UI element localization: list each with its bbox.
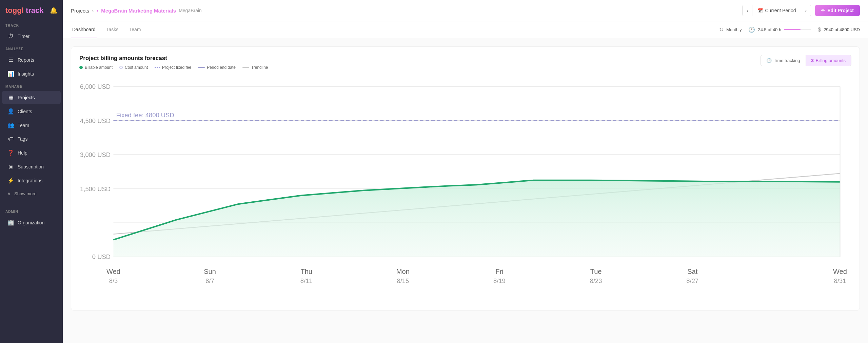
- sidebar-item-label: Reports: [18, 57, 34, 63]
- sidebar-item-insights[interactable]: 📊 Insights: [2, 67, 61, 80]
- breadcrumb: Projects › ● MegaBrain Marketing Materia…: [71, 8, 202, 14]
- dollar-icon-small: $: [811, 58, 814, 63]
- tab-dashboard[interactable]: Dashboard: [71, 21, 97, 38]
- top-header: Projects › ● MegaBrain Marketing Materia…: [63, 0, 868, 21]
- help-icon: ❓: [7, 149, 14, 156]
- organization-icon: 🏢: [7, 219, 14, 226]
- period-next-button[interactable]: ›: [801, 5, 811, 16]
- legend-cost: Cost amount: [119, 65, 148, 70]
- admin-section-label: ADMIN: [0, 206, 63, 216]
- sidebar-item-tags[interactable]: 🏷 Tags: [2, 133, 61, 145]
- sidebar-item-label: Integrations: [18, 178, 42, 183]
- integrations-icon: ⚡: [7, 177, 14, 184]
- svg-text:8/11: 8/11: [300, 277, 313, 284]
- cost-dot: [119, 66, 123, 69]
- sidebar-item-label: Projects: [18, 95, 35, 100]
- time-tracking-toggle[interactable]: 🕐 Time tracking: [761, 55, 806, 66]
- sidebar-item-subscription[interactable]: ◉ Subscription: [2, 160, 61, 173]
- chart-area: 6,000 USD 4,500 USD 3,000 USD 1,500 USD …: [79, 75, 851, 302]
- svg-text:6,000 USD: 6,000 USD: [80, 83, 111, 90]
- period-end-line: [198, 67, 205, 68]
- svg-text:Fri: Fri: [495, 268, 503, 275]
- chart-title: Project billing amounts forecast: [79, 55, 268, 62]
- svg-text:Thu: Thu: [300, 268, 312, 275]
- svg-text:Mon: Mon: [396, 268, 410, 275]
- chart-toggle: 🕐 Time tracking $ Billing amounts: [761, 55, 851, 66]
- show-more-label: Show more: [14, 191, 37, 196]
- period-prev-button[interactable]: ‹: [743, 5, 752, 16]
- sidebar-item-reports[interactable]: ☰ Reports: [2, 53, 61, 66]
- svg-text:3,000 USD: 3,000 USD: [80, 151, 111, 158]
- svg-text:8/15: 8/15: [397, 277, 409, 284]
- svg-text:1,500 USD: 1,500 USD: [80, 185, 111, 193]
- legend-period-end: Period end date: [198, 65, 236, 70]
- project-status-dot: ●: [96, 9, 98, 13]
- sidebar-item-label: Help: [18, 150, 27, 156]
- time-metric: 🕐 24.5 of 40 h: [748, 26, 811, 33]
- sidebar-item-team[interactable]: 👥 Team: [2, 119, 61, 132]
- tab-tasks[interactable]: Tasks: [105, 21, 120, 38]
- sidebar-item-label: Tags: [18, 136, 28, 142]
- svg-text:Wed: Wed: [106, 268, 120, 275]
- show-more-button[interactable]: ∨ Show more: [2, 188, 61, 200]
- timer-icon: ⏱: [7, 33, 14, 39]
- subscription-icon: ◉: [7, 163, 14, 170]
- time-value: 24.5 of 40 h: [758, 27, 781, 32]
- legend-fixed-fee: Project fixed fee: [155, 65, 191, 70]
- insights-icon: 📊: [7, 70, 14, 77]
- svg-text:8/23: 8/23: [590, 277, 602, 284]
- sidebar-item-timer[interactable]: ⏱ Timer: [2, 30, 61, 43]
- svg-marker-14: [113, 180, 840, 257]
- chart-header-left: Project billing amounts forecast Billabl…: [79, 55, 268, 70]
- clock-icon: 🕐: [748, 26, 755, 33]
- time-progress-fill: [784, 29, 801, 30]
- chart-header: Project billing amounts forecast Billabl…: [79, 55, 851, 70]
- breadcrumb-separator: ›: [92, 8, 94, 14]
- sidebar-item-projects[interactable]: ▦ Projects: [2, 91, 61, 104]
- svg-text:8/31: 8/31: [834, 277, 846, 284]
- analyze-section-label: ANALYZE: [0, 43, 63, 53]
- sidebar-item-label: Timer: [18, 34, 29, 39]
- billing-amounts-toggle[interactable]: $ Billing amounts: [806, 55, 851, 66]
- header-right: ‹ 📅 Current Period › ✏ Edit Project: [742, 5, 860, 16]
- track-section-label: TRACK: [0, 20, 63, 29]
- sidebar-item-organization[interactable]: 🏢 Organization: [2, 216, 61, 229]
- breadcrumb-root[interactable]: Projects: [71, 8, 89, 14]
- sidebar-item-label: Subscription: [18, 164, 44, 169]
- clock-icon-small: 🕐: [766, 58, 772, 63]
- sidebar-item-integrations[interactable]: ⚡ Integrations: [2, 174, 61, 187]
- edit-icon: ✏: [821, 8, 825, 13]
- period-nav: ‹ 📅 Current Period ›: [742, 5, 811, 16]
- svg-text:Sat: Sat: [687, 268, 698, 275]
- svg-text:Sun: Sun: [204, 268, 216, 275]
- notifications-icon[interactable]: 🔔: [50, 7, 57, 14]
- main-content: Projects › ● MegaBrain Marketing Materia…: [63, 0, 868, 343]
- sidebar-logo: toggl track 🔔: [0, 0, 63, 20]
- billing-metric: $ 2940 of 4800 USD: [818, 27, 860, 33]
- sidebar-item-help[interactable]: ❓ Help: [2, 146, 61, 159]
- clients-icon: 👤: [7, 108, 14, 115]
- svg-text:8/19: 8/19: [493, 277, 506, 284]
- content-area: Project billing amounts forecast Billabl…: [63, 38, 868, 343]
- svg-text:Tue: Tue: [590, 268, 602, 275]
- svg-text:8/3: 8/3: [109, 277, 118, 284]
- edit-project-button[interactable]: ✏ Edit Project: [815, 5, 860, 16]
- sidebar: toggl track 🔔 TRACK ⏱ Timer ANALYZE ☰ Re…: [0, 0, 63, 343]
- sidebar-item-clients[interactable]: 👤 Clients: [2, 105, 61, 118]
- svg-text:0 USD: 0 USD: [92, 253, 111, 260]
- sidebar-item-label: Organization: [18, 220, 44, 225]
- projects-icon: ▦: [7, 94, 14, 101]
- chart-card: Project billing amounts forecast Billabl…: [71, 46, 860, 311]
- period-value: Monthly: [726, 27, 742, 32]
- manage-section-label: MANAGE: [0, 81, 63, 90]
- team-icon: 👥: [7, 122, 14, 128]
- tags-icon: 🏷: [7, 136, 14, 142]
- legend-billable: Billable amount: [79, 65, 113, 70]
- period-metric: ↻ Monthly: [719, 26, 742, 33]
- chart-legend: Billable amount Cost amount Project fixe…: [79, 65, 268, 70]
- breadcrumb-project[interactable]: MegaBrain Marketing Materials: [101, 8, 176, 14]
- period-label: 📅 Current Period: [752, 5, 801, 16]
- tab-team[interactable]: Team: [128, 21, 142, 38]
- refresh-icon: ↻: [719, 26, 724, 33]
- svg-text:4,500 USD: 4,500 USD: [80, 117, 111, 124]
